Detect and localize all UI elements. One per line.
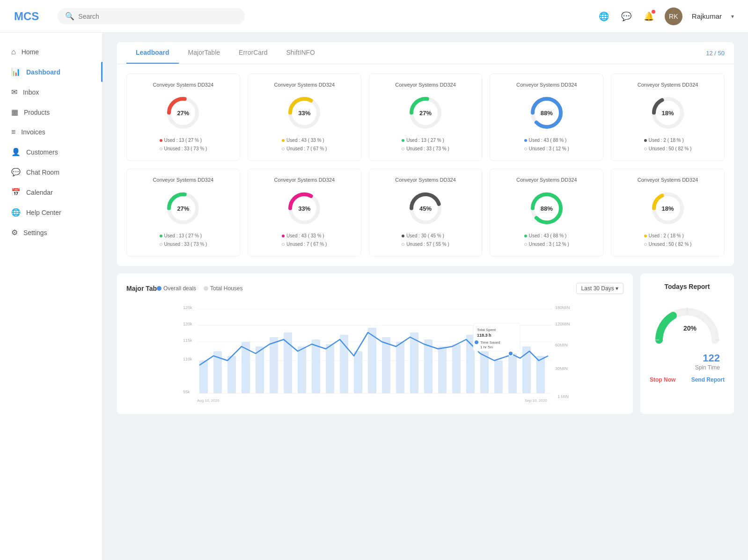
svg-rect-41 bbox=[284, 332, 292, 393]
card-title-5: Conveyor Systems DD324 bbox=[153, 177, 214, 184]
donut-0: 27% bbox=[164, 94, 202, 132]
donut-7: 45% bbox=[407, 190, 444, 227]
sidebar-item-inbox[interactable]: ✉ Inbox bbox=[0, 82, 103, 102]
sidebar: ⌂ Home 📊 Dashboard ✉ Inbox ▦ Products ≡ … bbox=[0, 33, 103, 560]
tab-majortable[interactable]: MajorTable bbox=[179, 42, 229, 64]
sidebar-item-products[interactable]: ▦ Products bbox=[0, 102, 103, 122]
svg-text:30MIN: 30MIN bbox=[555, 366, 568, 371]
sidebar-item-calendar[interactable]: 📅 Calendar bbox=[0, 182, 103, 202]
card-0: Conveyor Systems DD324 27% Used : 13 ( 2… bbox=[126, 74, 240, 161]
dashboard-icon: 📊 bbox=[11, 67, 21, 76]
tab-errorcard[interactable]: ErrorCard bbox=[229, 42, 277, 64]
settings-icon: ⚙ bbox=[11, 228, 18, 237]
svg-text:20%: 20% bbox=[683, 324, 697, 332]
svg-text:118.3 h: 118.3 h bbox=[477, 333, 491, 338]
card-4: Conveyor Systems DD324 18% Used : 2 ( 18… bbox=[611, 74, 725, 161]
sidebar-item-chatroom[interactable]: 💬 Chat Room bbox=[0, 162, 103, 182]
svg-text:115k: 115k bbox=[183, 338, 192, 343]
report-title: Todays Report bbox=[650, 283, 725, 290]
sidebar-label-helpcenter: Help Center bbox=[26, 209, 61, 216]
globe-icon[interactable]: 🌐 bbox=[597, 10, 610, 23]
card-7: Conveyor Systems DD324 45% Used : 30 ( 4… bbox=[369, 169, 483, 256]
card-stats-5: Used : 13 ( 27 % ) Unused : 33 ( 73 % ) bbox=[160, 232, 207, 249]
card-9: Conveyor Systems DD324 18% Used : 2 ( 18… bbox=[611, 169, 725, 256]
svg-text:Sep 10, 2020: Sep 10, 2020 bbox=[525, 398, 547, 403]
sidebar-label-settings: Settings bbox=[23, 229, 47, 236]
donut-label-1: 33% bbox=[298, 110, 310, 117]
svg-text:Time Saved: Time Saved bbox=[480, 340, 500, 345]
sidebar-item-helpcenter[interactable]: 🌐 Help Center bbox=[0, 202, 103, 222]
card-6: Conveyor Systems DD324 33% Used : 43 ( 3… bbox=[248, 169, 361, 256]
sidebar-item-customers[interactable]: 👤 Customers bbox=[0, 142, 103, 162]
bell-icon[interactable]: 🔔 bbox=[642, 10, 655, 23]
logo: MCS bbox=[14, 10, 39, 23]
card-stats-0: Used : 13 ( 27 % ) Unused : 33 ( 73 % ) bbox=[160, 136, 207, 153]
card-stats-6: Used : 43 ( 33 % ) Unused : 7 ( 67 % ) bbox=[282, 232, 327, 249]
svg-rect-39 bbox=[256, 346, 264, 393]
card-stats-8: Used : 43 ( 88 % ) Unused : 3 ( 12 % ) bbox=[524, 232, 569, 249]
sidebar-label-customers: Customers bbox=[26, 148, 58, 156]
card-title-6: Conveyor Systems DD324 bbox=[274, 177, 335, 184]
date-filter-label: Last 30 Days bbox=[581, 285, 614, 292]
search-input[interactable] bbox=[78, 13, 237, 20]
svg-rect-53 bbox=[452, 344, 461, 393]
card-title-2: Conveyor Systems DD324 bbox=[395, 81, 456, 88]
stop-now-button[interactable]: Stop Now bbox=[650, 376, 675, 383]
sidebar-item-settings[interactable]: ⚙ Settings bbox=[0, 222, 103, 243]
products-icon: ▦ bbox=[11, 108, 18, 117]
invoices-icon: ≡ bbox=[11, 128, 15, 136]
svg-rect-50 bbox=[410, 332, 418, 393]
user-chevron[interactable]: ▾ bbox=[731, 13, 734, 20]
avatar: RK bbox=[665, 7, 682, 25]
svg-rect-59 bbox=[536, 356, 545, 393]
svg-rect-43 bbox=[312, 339, 320, 393]
header: MCS 🔍 🌐 💬 🔔 RK Rajkumar ▾ bbox=[0, 0, 748, 33]
send-report-button[interactable]: Send Report bbox=[691, 376, 725, 383]
card-stats-9: Used : 2 ( 18 % ) Unused : 50 ( 82 % ) bbox=[644, 232, 692, 249]
svg-rect-48 bbox=[382, 337, 390, 393]
gauge-svg: 20% bbox=[650, 298, 725, 345]
svg-rect-56 bbox=[494, 361, 503, 393]
svg-text:180MIN: 180MIN bbox=[555, 305, 570, 310]
svg-text:120k: 120k bbox=[183, 322, 192, 326]
sidebar-item-dashboard[interactable]: 📊 Dashboard bbox=[0, 62, 103, 82]
chart-area: 125k 120k 115k 110k 55k 180MIN 120MIN 60… bbox=[126, 300, 623, 405]
svg-rect-44 bbox=[326, 344, 334, 393]
chat-icon[interactable]: 💬 bbox=[620, 10, 633, 23]
svg-rect-57 bbox=[508, 354, 517, 393]
svg-rect-51 bbox=[424, 339, 433, 393]
donut-label-4: 18% bbox=[662, 110, 674, 117]
card-3: Conveyor Systems DD324 88% Used : 43 ( 8… bbox=[490, 74, 603, 161]
donut-label-8: 88% bbox=[541, 205, 553, 212]
donut-8: 88% bbox=[528, 190, 565, 227]
sidebar-item-home[interactable]: ⌂ Home bbox=[0, 42, 103, 62]
sidebar-label-calendar: Calendar bbox=[26, 189, 53, 196]
svg-text:55k: 55k bbox=[183, 390, 190, 394]
search-bar[interactable]: 🔍 bbox=[58, 8, 245, 24]
chart-legend: Overall deals Total Houses bbox=[157, 285, 242, 292]
card-title-9: Conveyor Systems DD324 bbox=[638, 177, 698, 184]
tab-leadboard[interactable]: Leadboard bbox=[126, 42, 179, 64]
sidebar-label-home: Home bbox=[22, 48, 39, 56]
donut-label-7: 45% bbox=[419, 205, 432, 212]
donut-1: 33% bbox=[286, 94, 323, 132]
date-filter[interactable]: Last 30 Days ▾ bbox=[576, 283, 623, 294]
cards-grid: Conveyor Systems DD324 27% Used : 13 ( 2… bbox=[117, 64, 734, 266]
sidebar-label-products: Products bbox=[24, 109, 50, 116]
svg-text:120MIN: 120MIN bbox=[555, 322, 570, 326]
svg-rect-40 bbox=[270, 337, 278, 393]
svg-text:1 hr 5m: 1 hr 5m bbox=[480, 345, 493, 349]
svg-text:125k: 125k bbox=[183, 305, 192, 310]
report-actions: Stop Now Send Report bbox=[650, 376, 725, 383]
report-section: Todays Report 20% bbox=[640, 273, 734, 414]
sidebar-item-invoices[interactable]: ≡ Invoices bbox=[0, 122, 103, 142]
header-right: 🌐 💬 🔔 RK Rajkumar ▾ bbox=[597, 7, 734, 25]
card-stats-4: Used : 2 ( 18 % ) Unused : 50 ( 82 % ) bbox=[644, 136, 692, 153]
donut-6: 33% bbox=[286, 190, 323, 227]
legend-dot-houses bbox=[204, 286, 208, 291]
svg-text:Aug 10, 2020: Aug 10, 2020 bbox=[197, 398, 220, 403]
report-value: 122 bbox=[650, 352, 720, 364]
donut-4: 18% bbox=[649, 94, 687, 132]
tab-shiftinfo[interactable]: ShiftINFO bbox=[277, 42, 324, 64]
app-container: MCS 🔍 🌐 💬 🔔 RK Rajkumar ▾ ⌂ Home 📊 bbox=[0, 0, 748, 560]
